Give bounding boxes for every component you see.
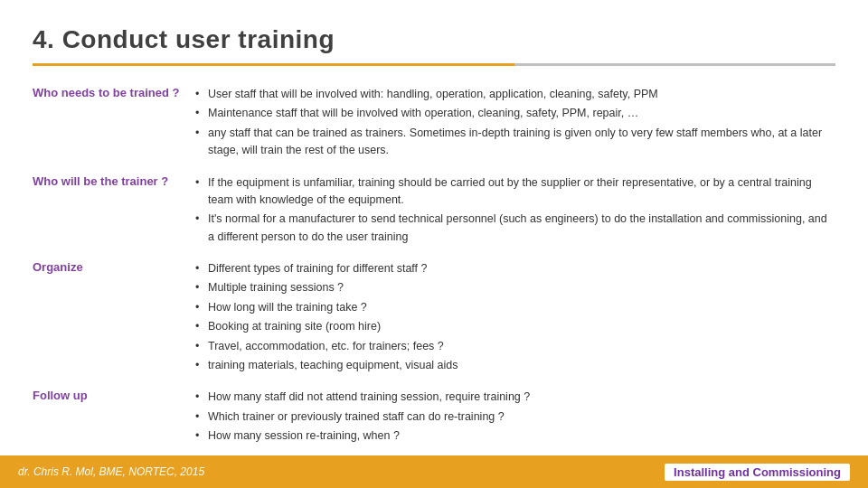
- bullet-item: Booking at training site (room hire): [195, 318, 835, 335]
- section-content-1: If the equipment is unfamiliar, training…: [195, 171, 835, 258]
- bullet-item: Which trainer or previously trained staf…: [195, 408, 835, 426]
- footer-left: dr. Chris R. Mol, BME, NORTEC, 2015: [18, 465, 204, 478]
- bullet-item: User staff that will be involved with: h…: [195, 86, 835, 103]
- bullet-item: If the equipment is unfamiliar, training…: [195, 174, 835, 210]
- section-label-0: Who needs to be trained ?: [33, 82, 195, 171]
- bullet-item: Multiple training sessions ?: [195, 279, 835, 296]
- bullet-item: training materials, teaching equipment, …: [195, 357, 835, 374]
- footer-right: Installing and Commissioning: [665, 464, 850, 481]
- section-content-2: Different types of training for differen…: [195, 257, 835, 385]
- section-content-0: User staff that will be involved with: h…: [195, 82, 835, 171]
- bullet-item: How many session re-training, when ?: [195, 427, 835, 445]
- section-content-3: How many staff did not attend training s…: [195, 385, 835, 455]
- bullet-item: How many staff did not attend training s…: [195, 389, 835, 406]
- slide-title: 4. Conduct user training: [33, 25, 835, 54]
- slide: 4. Conduct user training Who needs to be…: [0, 0, 868, 488]
- bullet-item: It's normal for a manufacturer to send t…: [195, 211, 835, 246]
- bullet-item: Different types of training for differen…: [195, 260, 835, 277]
- footer: dr. Chris R. Mol, BME, NORTEC, 2015 Inst…: [0, 455, 868, 488]
- bullet-item: any staff that can be trained as trainer…: [195, 125, 835, 160]
- bullet-item: How long will the training take ?: [195, 299, 835, 316]
- title-divider: [33, 63, 835, 66]
- section-label-3: Follow up: [33, 385, 195, 455]
- bullet-item: Maintenance staff that will be involved …: [195, 105, 835, 122]
- section-label-2: Organize: [33, 257, 195, 385]
- section-label-1: Who will be the trainer ?: [33, 171, 195, 258]
- bullet-item: Travel, accommodation, etc. for trainers…: [195, 338, 835, 355]
- content-table: Who needs to be trained ?User staff that…: [33, 82, 835, 455]
